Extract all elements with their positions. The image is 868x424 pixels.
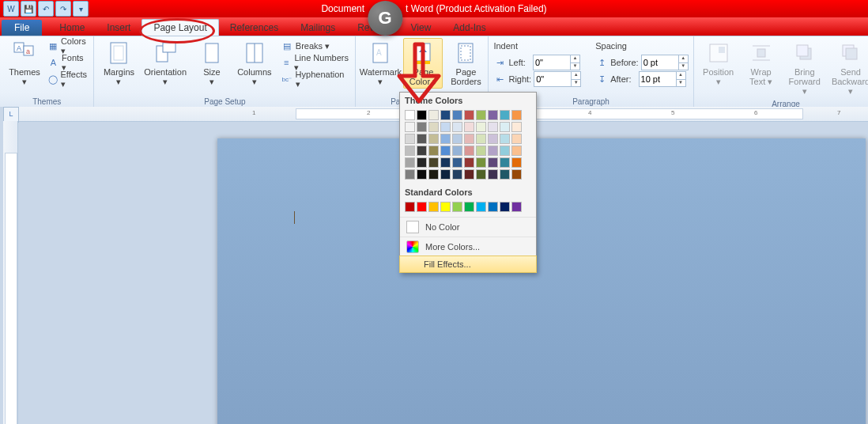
color-swatch[interactable] — [452, 110, 462, 120]
color-swatch[interactable] — [500, 122, 510, 132]
color-swatch[interactable] — [511, 169, 522, 180]
color-swatch[interactable] — [417, 202, 427, 212]
spacing-before-input[interactable]: ▲▼ — [641, 55, 689, 70]
tab-selector[interactable]: L — [3, 107, 19, 123]
color-swatch[interactable] — [452, 122, 462, 132]
spacing-after-input[interactable]: ▲▼ — [639, 71, 686, 87]
themes-button[interactable]: Aa Themes▾ — [5, 38, 44, 89]
color-swatch[interactable] — [452, 146, 462, 156]
save-icon[interactable]: 💾 — [21, 1, 36, 17]
color-swatch[interactable] — [488, 146, 498, 156]
color-swatch[interactable] — [417, 146, 427, 156]
color-swatch[interactable] — [452, 157, 462, 168]
color-swatch[interactable] — [440, 169, 451, 180]
grammarly-badge-icon[interactable]: G — [368, 1, 402, 36]
fill-effects-item[interactable]: Fill Effects... — [399, 256, 537, 273]
color-swatch[interactable] — [405, 202, 415, 212]
theme-effects-button[interactable]: ◯Effects ▾ — [47, 71, 89, 87]
color-swatch[interactable] — [417, 110, 427, 120]
color-swatch[interactable] — [511, 110, 522, 120]
orientation-button[interactable]: Orientation▾ — [142, 38, 188, 89]
color-swatch[interactable] — [511, 146, 522, 156]
color-swatch[interactable] — [440, 202, 451, 212]
color-swatch[interactable] — [476, 202, 486, 212]
color-swatch[interactable] — [452, 169, 462, 180]
color-swatch[interactable] — [417, 157, 427, 168]
hyphenation-button[interactable]: bc⁻Hyphenation ▾ — [281, 71, 351, 87]
color-swatch[interactable] — [440, 146, 451, 156]
indent-right-input[interactable]: ▲▼ — [534, 71, 581, 87]
color-swatch[interactable] — [511, 202, 522, 212]
size-button[interactable]: Size▾ — [192, 38, 232, 89]
color-swatch[interactable] — [464, 122, 474, 132]
color-swatch[interactable] — [476, 157, 486, 168]
redo-icon[interactable]: ↷ — [55, 1, 71, 17]
vertical-ruler[interactable] — [0, 121, 19, 424]
color-swatch[interactable] — [417, 122, 427, 132]
color-swatch[interactable] — [500, 169, 510, 180]
app-icon[interactable]: W — [3, 1, 19, 17]
document-page[interactable] — [217, 138, 866, 424]
color-swatch[interactable] — [405, 134, 415, 144]
color-swatch[interactable] — [405, 110, 415, 120]
color-swatch[interactable] — [476, 169, 486, 180]
color-swatch[interactable] — [476, 110, 486, 120]
color-swatch[interactable] — [405, 146, 415, 156]
color-swatch[interactable] — [405, 157, 415, 168]
tab-references[interactable]: References — [219, 20, 289, 36]
color-swatch[interactable] — [428, 110, 439, 120]
qat-customize-icon[interactable]: ▾ — [73, 1, 89, 17]
color-swatch[interactable] — [500, 146, 510, 156]
color-swatch[interactable] — [440, 134, 451, 144]
indent-left-input[interactable]: ▲▼ — [533, 55, 580, 70]
color-swatch[interactable] — [511, 134, 522, 144]
more-colors-item[interactable]: More Colors... — [400, 237, 536, 256]
tab-page-layout[interactable]: Page Layout — [142, 19, 218, 36]
watermark-button[interactable]: AWatermark▾ — [360, 38, 400, 89]
tab-insert[interactable]: Insert — [96, 20, 142, 36]
color-swatch[interactable] — [511, 122, 522, 132]
color-swatch[interactable] — [464, 202, 474, 212]
theme-colors-button[interactable]: ▦Colors ▾ — [47, 38, 89, 54]
theme-fonts-button[interactable]: AFonts ▾ — [47, 55, 89, 70]
color-swatch[interactable] — [464, 146, 474, 156]
color-swatch[interactable] — [488, 122, 498, 132]
margins-button[interactable]: Margins▾ — [99, 38, 138, 89]
color-swatch[interactable] — [428, 169, 439, 180]
color-swatch[interactable] — [464, 169, 474, 180]
tab-home[interactable]: Home — [48, 20, 96, 36]
breaks-button[interactable]: ▤Breaks ▾ — [281, 38, 351, 54]
color-swatch[interactable] — [488, 169, 498, 180]
color-swatch[interactable] — [476, 146, 486, 156]
color-swatch[interactable] — [464, 157, 474, 168]
color-swatch[interactable] — [500, 110, 510, 120]
color-swatch[interactable] — [464, 134, 474, 144]
color-swatch[interactable] — [428, 202, 439, 212]
columns-button[interactable]: Columns▾ — [235, 38, 274, 89]
color-swatch[interactable] — [428, 122, 439, 132]
color-swatch[interactable] — [488, 202, 498, 212]
color-swatch[interactable] — [428, 157, 439, 168]
color-swatch[interactable] — [440, 157, 451, 168]
color-swatch[interactable] — [488, 134, 498, 144]
color-swatch[interactable] — [417, 134, 427, 144]
line-numbers-button[interactable]: ≡Line Numbers ▾ — [281, 55, 351, 70]
color-swatch[interactable] — [452, 134, 462, 144]
color-swatch[interactable] — [476, 134, 486, 144]
color-swatch[interactable] — [511, 157, 522, 168]
color-swatch[interactable] — [464, 110, 474, 120]
color-swatch[interactable] — [488, 110, 498, 120]
tab-file[interactable]: File — [2, 20, 42, 36]
color-swatch[interactable] — [476, 122, 486, 132]
color-swatch[interactable] — [405, 122, 415, 132]
color-swatch[interactable] — [488, 157, 498, 168]
color-swatch[interactable] — [428, 134, 439, 144]
color-swatch[interactable] — [500, 134, 510, 144]
color-swatch[interactable] — [440, 110, 451, 120]
color-swatch[interactable] — [500, 157, 510, 168]
no-color-item[interactable]: No Color — [400, 217, 536, 237]
color-swatch[interactable] — [440, 122, 451, 132]
color-swatch[interactable] — [452, 202, 462, 212]
page-borders-button[interactable]: Page Borders — [446, 38, 485, 89]
undo-icon[interactable]: ↶ — [38, 1, 54, 17]
